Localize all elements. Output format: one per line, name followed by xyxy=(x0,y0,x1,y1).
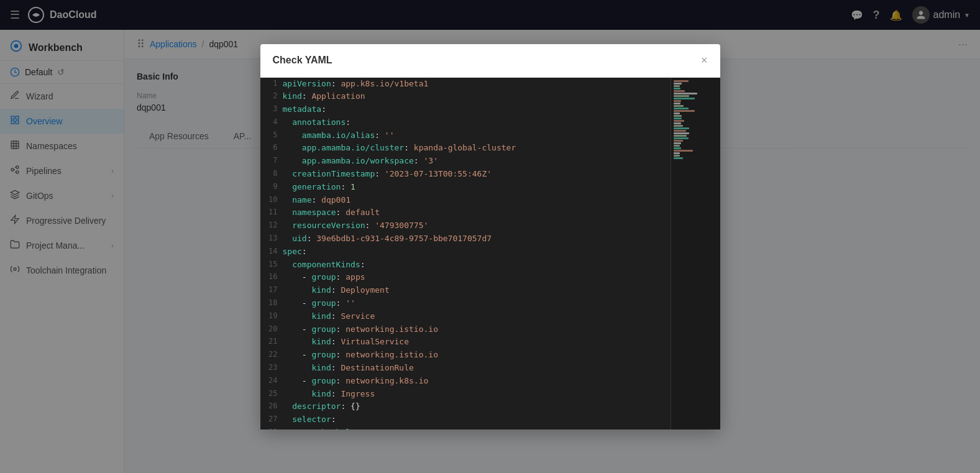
code-line: 5 amamba.io/alias: '' xyxy=(260,129,671,142)
line-number: 1 xyxy=(260,78,283,90)
line-number: 6 xyxy=(260,142,283,154)
code-line: 9 generation: 1 xyxy=(260,181,671,194)
line-number: 2 xyxy=(260,90,283,102)
line-content: kind: Ingress xyxy=(283,388,671,401)
code-line: 14spec: xyxy=(260,246,671,259)
line-number: 15 xyxy=(260,259,283,270)
line-number: 26 xyxy=(260,400,283,412)
modal-header: Check YAML × xyxy=(260,44,720,78)
line-number: 13 xyxy=(260,232,283,244)
code-line: 27 selector: xyxy=(260,413,671,426)
minimap xyxy=(671,78,720,429)
line-number: 5 xyxy=(260,129,283,141)
line-content: - group: networking.istio.io xyxy=(283,323,671,336)
line-content: matchLabels: xyxy=(283,426,671,429)
code-line: 24 - group: networking.k8s.io xyxy=(260,375,671,388)
code-line: 2kind: Application xyxy=(260,90,671,103)
code-line: 15 componentKinds: xyxy=(260,259,671,272)
line-number: 24 xyxy=(260,375,283,387)
code-line: 1apiVersion: app.k8s.io/v1beta1 xyxy=(260,78,671,91)
line-number: 17 xyxy=(260,284,283,296)
line-number: 4 xyxy=(260,116,283,128)
line-number: 16 xyxy=(260,271,283,283)
line-content: - group: networking.istio.io xyxy=(283,349,671,362)
line-number: 9 xyxy=(260,181,283,193)
line-content: annotations: xyxy=(283,116,671,129)
line-content: - group: apps xyxy=(283,271,671,284)
code-line: 4 annotations: xyxy=(260,116,671,129)
line-content: selector: xyxy=(283,413,671,426)
line-content: metadata: xyxy=(283,103,671,116)
code-line: 20 - group: networking.istio.io xyxy=(260,323,671,336)
line-content: uid: 39e6bdb1-c931-4c89-9757-bbe7017057d… xyxy=(283,232,671,246)
line-content: - group: '' xyxy=(283,297,671,310)
code-line: 22 - group: networking.istio.io xyxy=(260,349,671,362)
code-line: 13 uid: 39e6bdb1-c931-4c89-9757-bbe70170… xyxy=(260,232,671,246)
line-number: 25 xyxy=(260,388,283,400)
line-content: apiVersion: app.k8s.io/v1beta1 xyxy=(283,78,671,91)
code-line: 25 kind: Ingress xyxy=(260,388,671,401)
code-line: 16 - group: apps xyxy=(260,271,671,284)
line-content: kind: DestinationRule xyxy=(283,362,671,375)
line-content: app.amamba.io/workspace: '3' xyxy=(283,155,671,168)
line-number: 21 xyxy=(260,336,283,347)
code-line: 26 descriptor: {} xyxy=(260,400,671,413)
modal-title: Check YAML xyxy=(273,55,332,66)
code-container: 1apiVersion: app.k8s.io/v1beta12kind: Ap… xyxy=(260,78,720,429)
line-number: 3 xyxy=(260,103,283,115)
line-number: 12 xyxy=(260,219,283,231)
line-number: 18 xyxy=(260,297,283,309)
line-number: 22 xyxy=(260,349,283,360)
line-content: kind: VirtualService xyxy=(283,336,671,349)
line-number: 7 xyxy=(260,155,283,167)
line-content: spec: xyxy=(283,246,671,259)
code-line: 23 kind: DestinationRule xyxy=(260,362,671,375)
line-content: resourceVersion: '479300775' xyxy=(283,219,671,232)
line-number: 14 xyxy=(260,246,283,257)
line-content: app.amamba.io/cluster: kpanda-global-clu… xyxy=(283,142,671,155)
code-editor[interactable]: 1apiVersion: app.k8s.io/v1beta12kind: Ap… xyxy=(260,78,671,429)
code-line: 18 - group: '' xyxy=(260,297,671,310)
line-content: descriptor: {} xyxy=(283,400,671,413)
line-content: name: dqp001 xyxy=(283,194,671,207)
line-number: 28 xyxy=(260,426,283,429)
line-number: 27 xyxy=(260,413,283,425)
line-content: componentKinds: xyxy=(283,259,671,272)
modal-close-button[interactable]: × xyxy=(701,54,708,67)
line-content: - group: networking.k8s.io xyxy=(283,375,671,388)
code-line: 8 creationTimestamp: '2023-07-13T00:55:4… xyxy=(260,168,671,181)
line-content: namespace: default xyxy=(283,206,671,219)
code-line: 17 kind: Deployment xyxy=(260,284,671,297)
line-number: 10 xyxy=(260,194,283,206)
code-line: 28 matchLabels: xyxy=(260,426,671,429)
line-number: 8 xyxy=(260,168,283,180)
line-content: creationTimestamp: '2023-07-13T00:55:46Z… xyxy=(283,168,671,181)
line-content: kind: Deployment xyxy=(283,284,671,297)
code-line: 21 kind: VirtualService xyxy=(260,336,671,349)
code-line: 7 app.amamba.io/workspace: '3' xyxy=(260,155,671,168)
line-content: generation: 1 xyxy=(283,181,671,194)
code-line: 3metadata: xyxy=(260,103,671,116)
line-number: 19 xyxy=(260,310,283,322)
line-content: amamba.io/alias: '' xyxy=(283,129,671,142)
line-number: 20 xyxy=(260,323,283,335)
code-line: 12 resourceVersion: '479300775' xyxy=(260,219,671,232)
modal-overlay[interactable]: Check YAML × 1apiVersion: app.k8s.io/v1b… xyxy=(0,0,980,473)
code-line: 10 name: dqp001 xyxy=(260,194,671,207)
code-line: 6 app.amamba.io/cluster: kpanda-global-c… xyxy=(260,142,671,155)
code-line: 11 namespace: default xyxy=(260,206,671,219)
line-number: 23 xyxy=(260,362,283,374)
line-content: kind: Service xyxy=(283,310,671,323)
line-content: kind: Application xyxy=(283,90,671,103)
check-yaml-modal: Check YAML × 1apiVersion: app.k8s.io/v1b… xyxy=(260,44,720,429)
code-line: 19 kind: Service xyxy=(260,310,671,323)
line-number: 11 xyxy=(260,206,283,218)
